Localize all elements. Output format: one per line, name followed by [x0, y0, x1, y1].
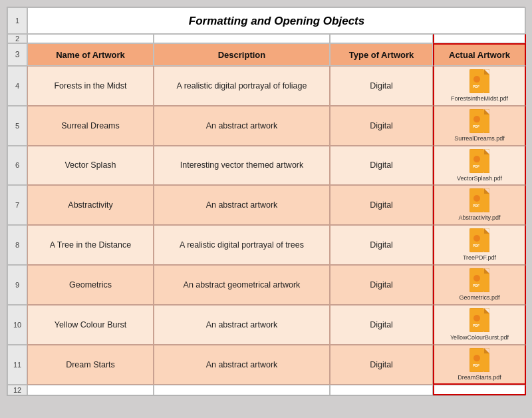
pdf-filename: YellowColourBurst.pdf	[450, 334, 509, 341]
svg-rect-14	[484, 154, 489, 173]
cell-description: An abstract artwork	[154, 185, 330, 225]
cell-type: Digital	[330, 225, 433, 265]
svg-rect-32	[484, 274, 489, 292]
pdf-icon: PDF	[469, 69, 489, 93]
pdf-file-icon: PDF	[469, 228, 489, 252]
svg-point-28	[473, 235, 480, 242]
cell-description: A realistic digital portrayal of foliage	[154, 66, 330, 106]
cell-description: An abstract artwork	[154, 345, 330, 385]
table-row: 4 Forests in the Midst A realistic digit…	[7, 66, 525, 106]
svg-point-10	[473, 116, 480, 122]
svg-text:PDF: PDF	[473, 85, 479, 89]
cell-description: Interesting vector themed artwork	[154, 146, 330, 186]
pdf-filename: SurrealDreams.pdf	[454, 135, 505, 142]
svg-rect-38	[484, 314, 489, 332]
svg-marker-31	[484, 268, 489, 274]
pdf-file-icon: PDF	[469, 109, 489, 133]
cell-name: Vector Splash	[27, 146, 154, 186]
svg-point-22	[473, 195, 480, 202]
page-title: Formatting and Opening Objects	[189, 15, 364, 27]
pdf-icon-container[interactable]: PDF DreamStarts.pdf	[458, 348, 501, 381]
pdf-icon: PDF	[469, 228, 489, 252]
pdf-icon-container[interactable]: PDF Abstractivity.pdf	[459, 188, 501, 222]
cell-artwork[interactable]: PDF DreamStarts.pdf	[433, 345, 526, 385]
header-description: Description	[154, 43, 330, 66]
pdf-icon-container[interactable]: PDF YellowColourBurst.pdf	[450, 308, 509, 341]
cell-name: Abstractivity	[27, 185, 154, 225]
row-num-2: 2	[7, 34, 27, 43]
cell-name: Surreal Dreams	[27, 106, 154, 146]
row-num-6: 6	[7, 146, 27, 186]
cell-description: An abstract artwork	[154, 305, 330, 345]
cell-artwork[interactable]: PDF SurrealDreams.pdf	[433, 106, 526, 146]
svg-text:PDF: PDF	[473, 204, 479, 208]
cell-description: An abstract artwork	[154, 106, 330, 146]
cell-name: Dream Starts	[27, 345, 154, 385]
svg-marker-43	[484, 348, 489, 353]
pdf-icon: PDF	[469, 308, 489, 332]
svg-text:PDF: PDF	[473, 284, 479, 288]
row-num-5: 5	[7, 106, 27, 146]
table-row: 7 Abstractivity An abstract artwork Digi…	[7, 185, 525, 225]
pdf-icon: PDF	[469, 109, 489, 133]
svg-point-40	[473, 315, 480, 321]
svg-rect-44	[484, 353, 489, 372]
title-cell: Formatting and Opening Objects	[27, 7, 526, 34]
pdf-icon: PDF	[469, 149, 489, 173]
row-num-1: 1	[7, 7, 27, 34]
cell-type: Digital	[330, 345, 433, 385]
pdf-file-icon: PDF	[469, 268, 489, 292]
row-num-7: 7	[7, 185, 27, 225]
svg-rect-2	[484, 75, 489, 93]
cell-artwork[interactable]: PDF YellowColourBurst.pdf	[433, 305, 526, 345]
pdf-icon-container[interactable]: PDF SurrealDreams.pdf	[454, 109, 505, 142]
svg-text:PDF: PDF	[473, 124, 479, 128]
pdf-icon-container[interactable]: PDF VectorSplash.pdf	[457, 149, 502, 182]
pdf-icon: PDF	[469, 348, 489, 372]
table-row: 11 Dream Starts An abstract artwork Digi…	[7, 345, 525, 385]
table-row: 8 A Tree in the Distance A realistic dig…	[7, 225, 525, 265]
cell-description: An abstract geometrical artwork	[154, 265, 330, 305]
svg-marker-1	[484, 69, 489, 75]
table-row: 9 Geometrics An abstract geometrical art…	[7, 265, 525, 305]
pdf-filename: Geometrics.pdf	[459, 294, 499, 302]
cell-artwork[interactable]: PDF ForestsintheMidst.pdf	[433, 66, 526, 106]
row-12: 12	[7, 385, 525, 395]
cell-artwork[interactable]: PDF TreePDF.pdf	[433, 225, 526, 265]
cell-artwork[interactable]: PDF VectorSplash.pdf	[433, 146, 526, 186]
pdf-icon-container[interactable]: PDF Geometrics.pdf	[459, 268, 499, 302]
cell-type: Digital	[330, 66, 433, 106]
title-area: 1 Formatting and Opening Objects	[7, 7, 525, 34]
table-row: 6 Vector Splash Interesting vector theme…	[7, 146, 525, 186]
spreadsheet: 1 Formatting and Opening Objects 2 3 Nam…	[7, 7, 525, 396]
svg-marker-25	[484, 228, 489, 234]
pdf-filename: ForestsintheMidst.pdf	[451, 95, 508, 103]
cell-type: Digital	[330, 106, 433, 146]
cell-name: Geometrics	[27, 265, 154, 305]
row-num-11: 11	[7, 345, 27, 385]
svg-point-16	[473, 156, 480, 162]
table-row: 10 Yellow Colour Burst An abstract artwo…	[7, 305, 525, 345]
svg-text:PDF: PDF	[473, 323, 479, 327]
pdf-file-icon: PDF	[469, 348, 489, 372]
svg-marker-37	[484, 308, 489, 314]
cell-artwork[interactable]: PDF Geometrics.pdf	[433, 265, 526, 305]
pdf-icon: PDF	[469, 268, 489, 292]
pdf-icon-container[interactable]: PDF ForestsintheMidst.pdf	[451, 69, 508, 103]
svg-rect-20	[484, 194, 489, 212]
cell-type: Digital	[330, 185, 433, 225]
pdf-file-icon: PDF	[469, 308, 489, 332]
pdf-icon: PDF	[469, 188, 489, 212]
pdf-file-icon: PDF	[469, 188, 489, 212]
cell-artwork[interactable]: PDF Abstractivity.pdf	[433, 185, 526, 225]
svg-point-34	[473, 275, 480, 282]
row-2: 2	[7, 34, 525, 43]
pdf-icon-container[interactable]: PDF TreePDF.pdf	[463, 228, 496, 262]
row-num-8: 8	[7, 225, 27, 265]
svg-marker-7	[484, 109, 489, 114]
svg-point-4	[473, 76, 480, 83]
cell-type: Digital	[330, 305, 433, 345]
row-num-9: 9	[7, 265, 27, 305]
pdf-filename: VectorSplash.pdf	[457, 175, 502, 182]
svg-rect-8	[484, 114, 489, 133]
